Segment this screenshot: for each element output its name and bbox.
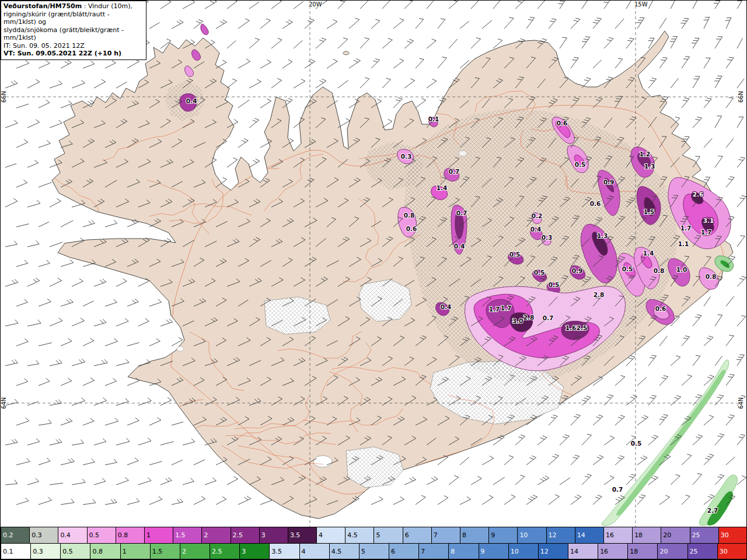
precip-value-label: 1.7 [501,304,512,312]
colorbar-cell-value: 0.3 [32,531,42,539]
colorbar-cell: 18 [628,544,658,559]
colorbar-cell: 1.5 [173,527,202,543]
legend-title-line: Veðurstofan/HM750m : Vindur (10m), [4,2,144,10]
precip-value-label: 0.8 [706,273,717,280]
colorbar-cell: 25 [688,544,718,559]
colorbar-cell: 7 [432,527,460,543]
precip-value-label: 2.7 [707,507,718,514]
colorbar-cell: 2 [180,544,210,559]
colorbar-cell-value: 8 [462,531,466,539]
precip-value-label: 0.6 [557,120,568,127]
colorbar-cell: 9 [479,544,509,559]
colorbar-cell: 8 [449,544,479,559]
colorbar-cell-value: 0.5 [89,531,100,539]
colorbar-cell-value: 10 [511,548,519,555]
precip-value-label: 1.3 [644,163,655,170]
colorbar-cell-value: 7 [434,531,438,539]
precip-value-label: 0.5 [549,281,560,288]
precip-value-label: 0.3 [401,153,412,160]
colorbar-cell-value: 25 [690,548,698,555]
colorbar-cell: 6 [389,544,419,559]
colorbar-cell-value: 3.5 [271,548,282,555]
colorbar-cell: 0.1 [1,544,31,559]
precip-value-label: 0.4 [530,226,542,233]
colorbar-cell: 10 [518,527,546,543]
colorbar-cell-value: 6 [391,548,395,555]
colorbar-cell: 16 [604,527,633,543]
precip-value-label: 2.8 [594,291,605,298]
colorbar-cell-value: 2.5 [212,548,222,555]
precip-value-label: 1.6 [566,324,577,331]
precip-value-label: 2.6 [693,191,704,198]
parallel-label-right: 64N [738,397,744,409]
colorbar-cell: 10 [509,544,539,559]
parallel-label-left: 64N [1,397,7,409]
colorbar-cell-value: 0.8 [92,548,103,555]
colorbar-cell: 7 [419,544,449,559]
init-time: IT: Sun. 09. 05. 2021 12Z [4,42,144,50]
colorbar-cell: 0.4 [58,527,87,543]
colorbar-cell-value: 9 [491,531,495,539]
precip-value-label: 1.0 [676,266,687,273]
colorbar-cell: 20 [658,544,687,559]
colorbar-cell: 0.5 [61,544,90,559]
colorbar-cell-value: 5 [376,531,380,539]
colorbar-cell-value: 18 [634,531,643,539]
colorbar-cell-value: 20 [663,531,671,539]
precip-value-label: 0.4 [441,303,452,310]
precip-value-label: 0.7 [449,168,460,175]
precip-value-label: 0.5 [575,161,586,168]
colorbar-cell-value: 14 [577,531,585,539]
precip-value-label: 3.1 [703,217,714,224]
colorbar-cell-value: 12 [549,531,557,539]
colorbar-cell: 0.3 [30,527,58,543]
colorbar-cell-value: 9 [481,548,485,555]
colorbar-cell-value: 12 [540,548,549,555]
colorbar-cell-value: 1.5 [152,548,163,555]
colorbar-cell: 16 [598,544,628,559]
precip-value-label: 0.4 [186,97,197,104]
colorbar-cell-value: 16 [606,531,614,539]
colorbar-cell-value: 0.1 [3,548,13,555]
colorbar-cell: 30 [719,527,747,543]
colorbar-cell: 12 [547,527,575,543]
precip-value-label: 0.3 [542,234,553,241]
colorbar-cell: 0.2 [1,527,30,543]
precip-value-label: 1.5 [644,208,655,215]
colorbar-cell: 4 [300,544,330,559]
colorbar-cell-value: 1 [146,531,151,539]
precip-value-label: 0.2 [532,212,543,219]
valid-time: VT: Sun. 09.05.2021 22Z (+10 h) [4,50,144,58]
colorbar-cell: 8 [460,527,489,543]
precip-value-label: 1.7 [489,306,500,313]
colorbar-cell: 3 [260,527,288,543]
colorbar-cell: 25 [690,527,719,543]
precip-value-label: 1.4 [643,250,654,257]
precip-value-label: 1.2 [640,150,651,158]
precip-value-label: 1.3 [597,232,608,239]
precip-value-label: 0.4 [454,243,465,250]
colorbar-cell: 2 [202,527,231,543]
precip-value-label: 1.7 [680,225,692,232]
colorbar-cell: 1 [121,544,151,559]
colorbar-cell-value: 25 [692,531,700,539]
colorbar-sleet-snow: 0.10.30.50.811.522.533.544.5567891012141… [1,543,747,559]
precip-value-label: 0.5 [534,269,545,276]
colorbar-cell: 4.5 [345,527,374,543]
colorbar-cell-value: 20 [659,548,668,555]
precip-value-label: 0.5 [631,440,642,447]
colorbar-cell: 1 [145,527,173,543]
colorbar-cell-value: 8 [451,548,455,555]
precip-value-label: 0.8 [654,267,665,274]
colorbar-cell: 14 [575,527,604,543]
colorbar-cell-value: 2 [204,531,208,539]
colorbar-rain: 0.20.30.40.50.811.522.533.544.5567891012… [1,527,747,543]
colorbar-cell: 5 [374,527,403,543]
colorbar-cell-value: 4.5 [347,531,358,539]
precip-value-label: 1.4 [437,184,448,191]
colorbar-cell-value: 1 [123,548,127,555]
precip-value-label: 0.1 [428,116,439,123]
colorbar-cell: 5 [359,544,389,559]
colorbar-cell-value: 5 [361,548,365,555]
colorbar-cell-value: 0.5 [62,548,73,555]
